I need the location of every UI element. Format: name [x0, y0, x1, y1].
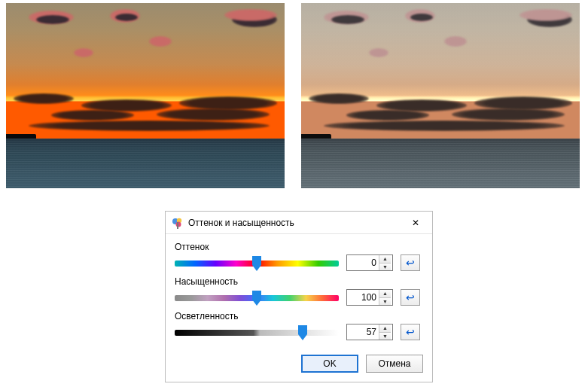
lightness-spin-down[interactable]: ▼: [379, 333, 391, 340]
hue-input[interactable]: [347, 255, 379, 270]
hue-reset-button[interactable]: ↩: [401, 254, 420, 271]
ok-button[interactable]: OK: [301, 355, 358, 373]
spin-down-icon: ▼: [382, 264, 388, 270]
close-button[interactable]: ✕: [399, 212, 432, 234]
reset-icon: ↩: [406, 291, 415, 303]
app-icon: [172, 217, 184, 229]
titlebar: Оттенок и насыщенность ✕: [166, 212, 432, 234]
hue-track: [175, 261, 339, 267]
close-icon: ✕: [412, 218, 419, 228]
lightness-reset-button[interactable]: ↩: [401, 324, 420, 340]
hue-saturation-dialog: Оттенок и насыщенность ✕ Оттенок ▲: [165, 211, 433, 382]
saturation-slider[interactable]: [175, 288, 339, 306]
preview-image-adjusted: [301, 3, 580, 188]
hue-label: Оттенок: [175, 242, 423, 252]
lightness-input[interactable]: [347, 324, 379, 340]
spin-down-icon: ▼: [382, 299, 388, 304]
cancel-button[interactable]: Отмена: [366, 355, 423, 373]
lightness-spinner[interactable]: ▲ ▼: [346, 324, 393, 340]
spin-up-icon: ▲: [382, 325, 388, 331]
hue-spin-down[interactable]: ▼: [379, 264, 391, 271]
lightness-spin-up[interactable]: ▲: [379, 324, 391, 333]
reset-icon: ↩: [406, 257, 415, 269]
hue-spinner[interactable]: ▲ ▼: [346, 254, 393, 271]
saturation-reset-button[interactable]: ↩: [401, 289, 420, 306]
hue-spin-up[interactable]: ▲: [379, 255, 391, 264]
hue-slider[interactable]: [175, 254, 339, 272]
spin-down-icon: ▼: [382, 334, 388, 339]
saturation-spinner[interactable]: ▲ ▼: [346, 289, 393, 306]
saturation-spin-down[interactable]: ▼: [379, 298, 391, 306]
saturation-spin-up[interactable]: ▲: [379, 290, 391, 298]
dialog-title: Оттенок и насыщенность: [188, 218, 294, 228]
saturation-track: [175, 295, 339, 301]
preview-image-original: [6, 3, 285, 188]
svg-rect-3: [177, 222, 178, 229]
spin-up-icon: ▲: [382, 291, 388, 296]
spin-up-icon: ▲: [382, 256, 388, 261]
lightness-label: Осветленность: [175, 311, 423, 321]
lightness-track: [175, 330, 339, 336]
lightness-slider[interactable]: [175, 323, 339, 341]
saturation-label: Насыщенность: [175, 276, 423, 287]
reset-icon: ↩: [406, 326, 415, 338]
saturation-input[interactable]: [347, 290, 379, 305]
